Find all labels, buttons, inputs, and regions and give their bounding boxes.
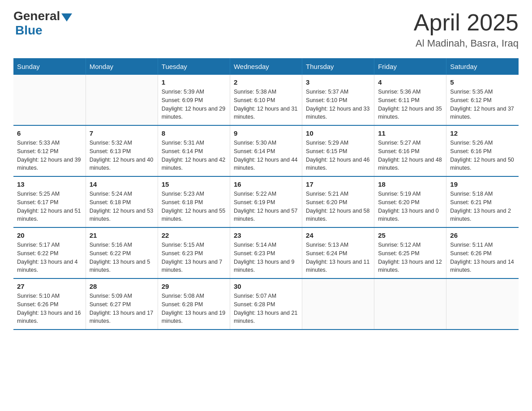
day-info: Sunrise: 5:35 AMSunset: 6:12 PMDaylight:…: [450, 88, 515, 121]
day-number: 3: [306, 78, 370, 86]
day-info: Sunrise: 5:17 AMSunset: 6:22 PMDaylight:…: [17, 241, 82, 274]
day-number: 8: [162, 129, 226, 137]
day-number: 9: [234, 129, 298, 137]
calendar-cell: [446, 278, 519, 330]
header-day-saturday: Saturday: [446, 58, 519, 75]
header-day-sunday: Sunday: [13, 58, 86, 75]
calendar-cell: 26Sunrise: 5:11 AMSunset: 6:26 PMDayligh…: [446, 227, 519, 278]
day-number: 18: [378, 180, 442, 188]
day-number: 14: [90, 180, 154, 188]
calendar-cell: [374, 278, 446, 330]
day-number: 30: [234, 283, 298, 290]
day-number: 27: [17, 283, 82, 290]
day-number: 22: [162, 231, 226, 239]
day-number: 24: [306, 231, 370, 239]
calendar-cell: 10Sunrise: 5:29 AMSunset: 6:15 PMDayligh…: [302, 125, 374, 176]
calendar-cell: 24Sunrise: 5:13 AMSunset: 6:24 PMDayligh…: [302, 227, 374, 278]
day-number: 1: [162, 78, 226, 86]
day-info: Sunrise: 5:08 AMSunset: 6:28 PMDaylight:…: [162, 292, 226, 325]
calendar-cell: [13, 75, 86, 125]
day-info: Sunrise: 5:29 AMSunset: 6:15 PMDaylight:…: [306, 139, 370, 172]
day-number: 17: [306, 180, 370, 188]
day-number: 19: [450, 180, 515, 188]
calendar-cell: 2Sunrise: 5:38 AMSunset: 6:10 PMDaylight…: [230, 75, 302, 125]
calendar-cell: 5Sunrise: 5:35 AMSunset: 6:12 PMDaylight…: [446, 75, 519, 125]
week-row-5: 27Sunrise: 5:10 AMSunset: 6:26 PMDayligh…: [13, 278, 519, 330]
calendar-cell: 12Sunrise: 5:26 AMSunset: 6:16 PMDayligh…: [446, 125, 519, 176]
calendar-cell: 11Sunrise: 5:27 AMSunset: 6:16 PMDayligh…: [374, 125, 446, 176]
calendar-cell: 4Sunrise: 5:36 AMSunset: 6:11 PMDaylight…: [374, 75, 446, 125]
day-number: 13: [17, 180, 82, 188]
header-day-thursday: Thursday: [302, 58, 374, 75]
calendar-cell: 9Sunrise: 5:30 AMSunset: 6:14 PMDaylight…: [230, 125, 302, 176]
calendar-cell: 22Sunrise: 5:15 AMSunset: 6:23 PMDayligh…: [158, 227, 230, 278]
calendar-table: SundayMondayTuesdayWednesdayThursdayFrid…: [13, 58, 519, 330]
day-info: Sunrise: 5:36 AMSunset: 6:11 PMDaylight:…: [378, 88, 442, 121]
day-info: Sunrise: 5:09 AMSunset: 6:27 PMDaylight:…: [90, 292, 154, 325]
day-info: Sunrise: 5:21 AMSunset: 6:20 PMDaylight:…: [306, 190, 370, 223]
day-info: Sunrise: 5:10 AMSunset: 6:26 PMDaylight:…: [17, 292, 82, 325]
calendar-cell: 18Sunrise: 5:19 AMSunset: 6:20 PMDayligh…: [374, 176, 446, 227]
page-header: General Blue April 2025 Al Madinah, Basr…: [13, 9, 519, 49]
day-number: 26: [450, 231, 515, 239]
calendar-cell: 6Sunrise: 5:33 AMSunset: 6:12 PMDaylight…: [13, 125, 86, 176]
calendar-cell: 1Sunrise: 5:39 AMSunset: 6:09 PMDaylight…: [158, 75, 230, 125]
calendar-cell: 3Sunrise: 5:37 AMSunset: 6:10 PMDaylight…: [302, 75, 374, 125]
day-number: 16: [234, 180, 298, 188]
calendar-cell: [302, 278, 374, 330]
week-row-3: 13Sunrise: 5:25 AMSunset: 6:17 PMDayligh…: [13, 176, 519, 227]
day-number: 11: [378, 129, 442, 137]
page-title: April 2025: [414, 9, 519, 36]
day-info: Sunrise: 5:07 AMSunset: 6:28 PMDaylight:…: [234, 292, 298, 325]
day-number: 21: [90, 231, 154, 239]
calendar-header: SundayMondayTuesdayWednesdayThursdayFrid…: [13, 58, 519, 75]
day-info: Sunrise: 5:13 AMSunset: 6:24 PMDaylight:…: [306, 241, 370, 274]
day-info: Sunrise: 5:38 AMSunset: 6:10 PMDaylight:…: [234, 88, 298, 121]
logo-general-text: General: [13, 9, 60, 23]
day-info: Sunrise: 5:23 AMSunset: 6:18 PMDaylight:…: [162, 190, 226, 223]
calendar-cell: 16Sunrise: 5:22 AMSunset: 6:19 PMDayligh…: [230, 176, 302, 227]
calendar-cell: 8Sunrise: 5:31 AMSunset: 6:14 PMDaylight…: [158, 125, 230, 176]
day-number: 28: [90, 283, 154, 290]
calendar-cell: 21Sunrise: 5:16 AMSunset: 6:22 PMDayligh…: [86, 227, 158, 278]
day-number: 4: [378, 78, 442, 86]
calendar-cell: 20Sunrise: 5:17 AMSunset: 6:22 PMDayligh…: [13, 227, 86, 278]
calendar-cell: 14Sunrise: 5:24 AMSunset: 6:18 PMDayligh…: [86, 176, 158, 227]
calendar-cell: 27Sunrise: 5:10 AMSunset: 6:26 PMDayligh…: [13, 278, 86, 330]
logo-blue-text: Blue: [15, 23, 43, 38]
day-number: 2: [234, 78, 298, 86]
day-number: 5: [450, 78, 515, 86]
logo-arrow-icon: [61, 13, 72, 21]
calendar-cell: 7Sunrise: 5:32 AMSunset: 6:13 PMDaylight…: [86, 125, 158, 176]
day-info: Sunrise: 5:18 AMSunset: 6:21 PMDaylight:…: [450, 190, 515, 223]
calendar-cell: 29Sunrise: 5:08 AMSunset: 6:28 PMDayligh…: [158, 278, 230, 330]
header-day-monday: Monday: [86, 58, 158, 75]
day-number: 15: [162, 180, 226, 188]
day-info: Sunrise: 5:33 AMSunset: 6:12 PMDaylight:…: [17, 139, 82, 172]
calendar-cell: 25Sunrise: 5:12 AMSunset: 6:25 PMDayligh…: [374, 227, 446, 278]
day-number: 23: [234, 231, 298, 239]
week-row-2: 6Sunrise: 5:33 AMSunset: 6:12 PMDaylight…: [13, 125, 519, 176]
calendar-cell: 23Sunrise: 5:14 AMSunset: 6:23 PMDayligh…: [230, 227, 302, 278]
day-number: 29: [162, 283, 226, 290]
day-info: Sunrise: 5:26 AMSunset: 6:16 PMDaylight:…: [450, 139, 515, 172]
title-block: April 2025 Al Madinah, Basra, Iraq: [414, 9, 519, 49]
header-day-friday: Friday: [374, 58, 446, 75]
calendar-cell: [86, 75, 158, 125]
header-row: SundayMondayTuesdayWednesdayThursdayFrid…: [13, 58, 519, 75]
logo: General Blue: [13, 9, 72, 38]
day-number: 25: [378, 231, 442, 239]
day-info: Sunrise: 5:24 AMSunset: 6:18 PMDaylight:…: [90, 190, 154, 223]
day-info: Sunrise: 5:31 AMSunset: 6:14 PMDaylight:…: [162, 139, 226, 172]
header-day-wednesday: Wednesday: [230, 58, 302, 75]
calendar-cell: 30Sunrise: 5:07 AMSunset: 6:28 PMDayligh…: [230, 278, 302, 330]
day-info: Sunrise: 5:32 AMSunset: 6:13 PMDaylight:…: [90, 139, 154, 172]
day-info: Sunrise: 5:16 AMSunset: 6:22 PMDaylight:…: [90, 241, 154, 274]
calendar-cell: 28Sunrise: 5:09 AMSunset: 6:27 PMDayligh…: [86, 278, 158, 330]
day-info: Sunrise: 5:30 AMSunset: 6:14 PMDaylight:…: [234, 139, 298, 172]
day-info: Sunrise: 5:39 AMSunset: 6:09 PMDaylight:…: [162, 88, 226, 121]
calendar-cell: 19Sunrise: 5:18 AMSunset: 6:21 PMDayligh…: [446, 176, 519, 227]
calendar-body: 1Sunrise: 5:39 AMSunset: 6:09 PMDaylight…: [13, 75, 519, 330]
day-info: Sunrise: 5:12 AMSunset: 6:25 PMDaylight:…: [378, 241, 442, 274]
day-info: Sunrise: 5:22 AMSunset: 6:19 PMDaylight:…: [234, 190, 298, 223]
